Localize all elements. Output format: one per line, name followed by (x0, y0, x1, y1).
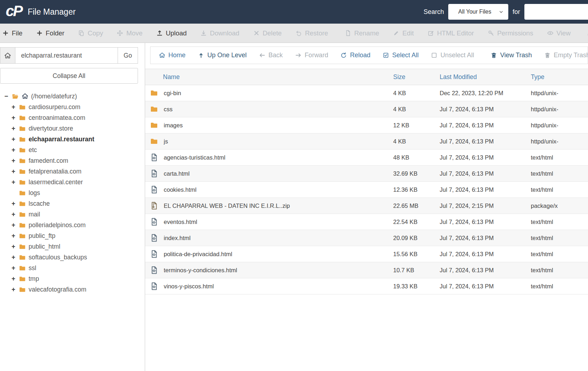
toolbar-button-file[interactable]: File (0, 24, 29, 43)
folder-icon (150, 89, 158, 97)
nav-button-view-trash[interactable]: View Trash (484, 47, 538, 64)
tree-expander[interactable]: − (4, 93, 9, 100)
tree-item-valecafotografia-com[interactable]: +valecafotografia.com (0, 284, 145, 295)
tree-item-softaculous-backups[interactable]: +softaculous_backups (0, 252, 145, 263)
nav-button-home[interactable]: Home (153, 47, 192, 64)
column-header-name[interactable]: Name (145, 73, 393, 81)
toolbar-button-permissions: Permissions (481, 24, 540, 43)
file-modified: Jul 7, 2024, 6:13 PM (440, 235, 531, 241)
tree-item-public-html[interactable]: +public_html (0, 241, 145, 252)
tree-expander[interactable]: + (11, 211, 16, 218)
tree-item-label: lscache (29, 200, 50, 208)
tree-item-label: mail (29, 211, 40, 218)
html-file-icon (150, 234, 158, 242)
search-scope-select[interactable]: All Your Files (448, 4, 508, 20)
tree-item-famedent-com[interactable]: +famedent.com (0, 155, 145, 166)
tree-expander[interactable]: + (11, 136, 16, 143)
tree-item-cardiosurperu-com[interactable]: +cardiosurperu.com (0, 102, 145, 112)
tree-item-polleriadelpinos-com[interactable]: +polleriadelpinos.com (0, 220, 145, 230)
file-row-js[interactable]: js4 KBJul 7, 2024, 6:13 PMhttpd/unix- (145, 133, 588, 150)
folder-icon (19, 136, 26, 143)
file-size: 4 KB (393, 138, 440, 145)
nav-button-back: Back (253, 47, 289, 64)
collapse-all-button[interactable]: Collapse All (0, 68, 138, 84)
file-row-terminos-y-condiciones-html[interactable]: terminos-y-condiciones.html10.7 KBJul 7,… (145, 262, 588, 278)
tree-item-label: divertytour.store (29, 125, 73, 132)
nav-button-reload[interactable]: Reload (334, 47, 376, 64)
file-row-eventos-html[interactable]: eventos.html22.54 KBJul 7, 2024, 6:13 PM… (145, 214, 588, 230)
tree-expander[interactable]: + (11, 264, 16, 272)
search-input[interactable] (524, 4, 588, 20)
plus-icon (36, 30, 43, 36)
tree-item-divertytour-store[interactable]: +divertytour.store (0, 123, 145, 134)
folder-icon (19, 221, 26, 229)
tree-expander[interactable]: + (11, 286, 16, 293)
tree-expander[interactable]: + (11, 168, 16, 175)
file-name: vinos-y-piscos.html (164, 283, 214, 290)
file-type: httpd/unix- (531, 138, 588, 145)
tree-item-etc[interactable]: +etc (0, 145, 145, 155)
file-row-agencias-turisticas-html[interactable]: agencias-turisticas.html48 KBJul 7, 2024… (145, 150, 588, 166)
tree-expander[interactable]: + (11, 125, 16, 132)
tree-item-elchaparral-restaurant[interactable]: +elchaparral.restaurant (0, 134, 145, 145)
toolbar-button-label: Rename (354, 29, 379, 37)
nav-button-up-one-level[interactable]: Up One Level (192, 47, 253, 64)
path-input[interactable] (15, 47, 118, 64)
file-row-carta-html[interactable]: carta.html32.69 KBJul 7, 2024, 6:13 PMte… (145, 166, 588, 182)
go-button[interactable]: Go (118, 47, 138, 64)
file-row-cookies-html[interactable]: cookies.html12.36 KBJul 7, 2024, 6:13 PM… (145, 182, 588, 198)
home-icon (4, 52, 11, 59)
nav-button-select-all[interactable]: Select All (376, 47, 425, 64)
tree-item-label: famedent.com (29, 157, 68, 165)
tree-item-label: public_html (29, 243, 60, 250)
nav-button-empty-trash: Empty Trash (538, 47, 588, 64)
column-header-type[interactable]: Type (531, 73, 588, 81)
html-file-icon (150, 169, 158, 178)
tree-item-tmp[interactable]: +tmp (0, 273, 145, 284)
column-header-size[interactable]: Size (393, 73, 440, 81)
tree-item-lscache[interactable]: +lscache (0, 198, 145, 209)
file-row-images[interactable]: images12 KBJul 7, 2024, 6:13 PMhttpd/uni… (145, 117, 588, 133)
tree-item-home-datefurz[interactable]: −(/home/datefurz) (0, 91, 145, 102)
column-header-last-modified[interactable]: Last Modified (440, 73, 531, 81)
pencil-square-icon (428, 30, 434, 36)
file-row-politica-de-privacidad-html[interactable]: politica-de-privacidad.html15.56 KBJul 7… (145, 246, 588, 262)
tree-item-fetalprenatalia-com[interactable]: +fetalprenatalia.com (0, 166, 145, 177)
toolbar-button-folder[interactable]: Folder (29, 24, 71, 43)
file-row-vinos-y-piscos-html[interactable]: vinos-y-piscos.html19.33 KBJul 7, 2024, … (145, 278, 588, 294)
tree-item-public-ftp[interactable]: +public_ftp (0, 230, 145, 241)
tree-item-ssl[interactable]: +ssl (0, 263, 145, 273)
tree-expander[interactable]: + (11, 221, 16, 229)
tree-expander[interactable]: + (11, 146, 16, 154)
page-title: File Manager (28, 7, 75, 17)
file-name: images (164, 122, 183, 129)
file-row-css[interactable]: css4 KBJul 7, 2024, 6:13 PMhttpd/unix- (145, 101, 588, 117)
nav-button-label: Unselect All (440, 52, 474, 59)
tree-expander[interactable]: + (11, 179, 16, 186)
home-directory-button[interactable] (0, 47, 15, 64)
tree-expander[interactable]: + (11, 275, 16, 283)
tree-item-lasermedical-center[interactable]: +lasermedical.center (0, 177, 145, 187)
toolbar-button-label: Edit (402, 29, 414, 37)
tree-expander[interactable]: + (11, 103, 16, 111)
toolbar-button-upload[interactable]: Upload (149, 24, 194, 43)
tree-item-logs[interactable]: logs (0, 187, 145, 198)
toolbar-button-restore: Restore (288, 24, 335, 43)
folder-icon (19, 264, 26, 272)
file-modified: Jul 7, 2024, 6:13 PM (440, 283, 531, 290)
tree-expander[interactable]: + (11, 243, 16, 250)
file-row-index-html[interactable]: index.html20.09 KBJul 7, 2024, 6:13 PMte… (145, 230, 588, 246)
tree-expander[interactable]: + (11, 254, 16, 261)
tree-item-centroanimatea-com[interactable]: +centroanimatea.com (0, 112, 145, 123)
tree-expander[interactable]: + (11, 200, 16, 208)
file-modified: Jul 7, 2024, 6:13 PM (440, 122, 531, 129)
file-name: eventos.html (164, 219, 197, 225)
tree-expander[interactable]: + (11, 157, 16, 165)
file-row-cgi-bin[interactable]: cgi-bin4 KBDec 22, 2023, 12:20 PMhttpd/u… (145, 85, 588, 101)
tree-item-mail[interactable]: +mail (0, 209, 145, 220)
tree-expander[interactable]: + (11, 114, 16, 122)
file-row-el-chaparral-web-daten-inc-e-i-r-l-zip[interactable]: EL CHAPARRAL WEB - DATEN INC E.I.R.L..zi… (145, 198, 588, 214)
folder-icon (19, 211, 26, 218)
tree-expander[interactable]: + (11, 232, 16, 240)
file-size: 10.7 KB (393, 267, 440, 274)
